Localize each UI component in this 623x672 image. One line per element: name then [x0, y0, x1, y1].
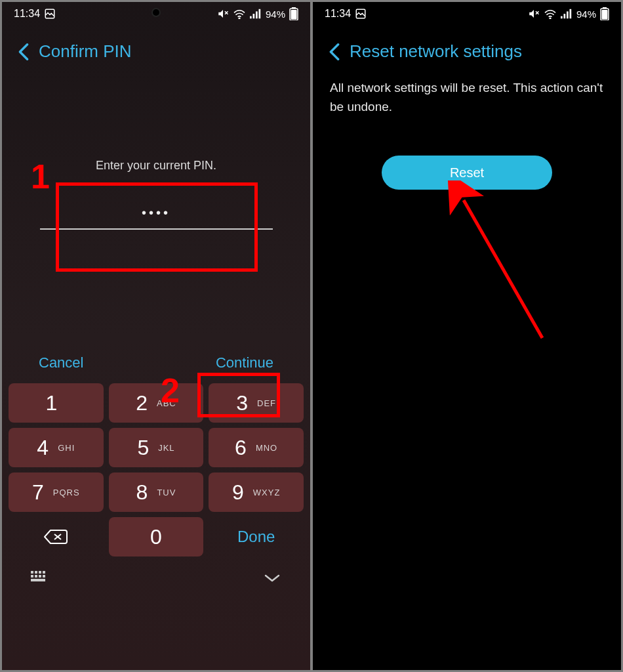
svg-rect-6: [256, 11, 258, 18]
key-0[interactable]: 0: [109, 517, 204, 556]
mute-icon: [528, 8, 540, 20]
key-5[interactable]: 5JKL: [109, 428, 204, 467]
battery-text: 94%: [266, 9, 285, 20]
svg-point-25: [550, 18, 551, 19]
signal-icon: [250, 9, 262, 19]
svg-rect-26: [561, 16, 563, 19]
pin-entry-area: Enter your current PIN. ••••: [2, 74, 310, 230]
keyboard-bottom-bar: [2, 559, 310, 597]
svg-rect-16: [43, 571, 45, 574]
gallery-icon: [44, 8, 56, 20]
key-done[interactable]: Done: [209, 517, 304, 556]
gallery-icon: [355, 8, 367, 20]
svg-rect-27: [563, 14, 565, 18]
svg-rect-17: [31, 575, 33, 578]
page-header: Confirm PIN: [2, 24, 310, 74]
svg-rect-10: [291, 10, 297, 20]
svg-rect-29: [569, 9, 571, 18]
battery-icon: [600, 7, 609, 20]
action-row: Cancel Continue: [2, 349, 310, 377]
wifi-icon: [544, 9, 557, 19]
reset-description: All network settings will be reset. This…: [313, 74, 621, 116]
back-icon[interactable]: [18, 43, 30, 61]
page-header: Reset network settings: [313, 24, 621, 74]
svg-rect-15: [39, 571, 41, 574]
battery-icon: [289, 7, 298, 20]
continue-button[interactable]: Continue: [208, 349, 281, 377]
wifi-icon: [233, 9, 246, 19]
collapse-keyboard-icon[interactable]: [263, 573, 281, 583]
svg-rect-5: [252, 14, 254, 18]
svg-rect-13: [31, 571, 33, 574]
battery-text: 94%: [576, 9, 596, 20]
back-icon[interactable]: [329, 43, 340, 61]
mute-icon: [217, 8, 229, 20]
page-title: Confirm PIN: [39, 41, 132, 62]
cancel-button[interactable]: Cancel: [31, 349, 91, 377]
keyboard-switch-icon[interactable]: [31, 571, 53, 585]
reset-button[interactable]: Reset: [382, 156, 552, 190]
annotation-arrow: [444, 180, 562, 345]
key-3[interactable]: 3DEF: [209, 383, 304, 423]
key-4[interactable]: 4GHI: [9, 428, 104, 467]
svg-rect-32: [602, 10, 608, 20]
page-title: Reset network settings: [350, 41, 522, 62]
pin-dots: ••••: [2, 205, 310, 220]
svg-rect-19: [39, 575, 41, 578]
svg-rect-20: [43, 575, 45, 578]
key-9[interactable]: 9WXYZ: [209, 472, 304, 512]
key-1[interactable]: 1: [9, 383, 104, 423]
pin-input-line[interactable]: [40, 228, 273, 230]
key-8[interactable]: 8TUV: [109, 472, 204, 512]
key-7[interactable]: 7PQRS: [9, 472, 104, 512]
svg-rect-14: [35, 571, 37, 574]
svg-rect-7: [258, 9, 260, 18]
svg-rect-28: [567, 11, 569, 18]
camera-notch: [464, 9, 470, 16]
camera-notch: [153, 9, 159, 16]
keypad: 1 2ABC 3DEF 4GHI 5JKL 6MNO 7PQRS 8TUV 9W…: [2, 377, 310, 559]
svg-rect-4: [250, 16, 252, 19]
svg-line-33: [464, 200, 542, 338]
key-6[interactable]: 6MNO: [209, 428, 304, 467]
backspace-icon: [43, 528, 69, 546]
status-time: 11:34: [325, 8, 351, 20]
svg-rect-21: [31, 579, 45, 581]
phone-screen-left: 11:34 94% Confirm PIN Enter your current…: [2, 2, 310, 670]
key-backspace[interactable]: [9, 517, 104, 556]
phone-screen-right: 11:34 94% Reset network settings All net…: [313, 2, 621, 670]
key-2[interactable]: 2ABC: [109, 383, 204, 423]
signal-icon: [561, 9, 573, 19]
svg-rect-18: [35, 575, 37, 578]
svg-point-3: [239, 18, 240, 19]
status-time: 11:34: [14, 8, 40, 20]
pin-prompt: Enter your current PIN.: [2, 159, 310, 173]
